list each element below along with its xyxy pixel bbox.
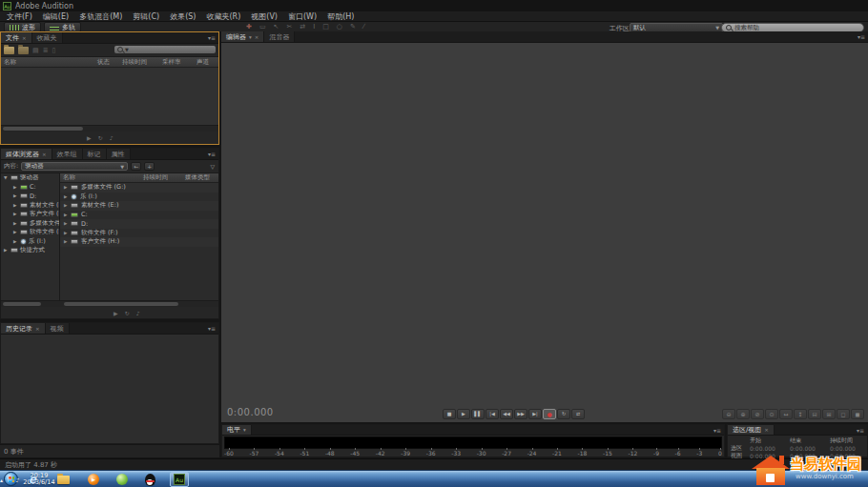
filter-icon[interactable]: ▽ bbox=[210, 163, 215, 170]
close-icon[interactable]: × bbox=[42, 152, 47, 157]
column-header[interactable]: 持续时间 bbox=[119, 58, 159, 67]
prev-button[interactable]: |◀ bbox=[486, 409, 499, 419]
play-button[interactable]: ▶ bbox=[457, 409, 470, 419]
zoom-full-icon[interactable]: ◼ bbox=[851, 409, 864, 419]
menu-item[interactable]: 窗口(W) bbox=[288, 11, 317, 22]
explorer-taskbar-icon[interactable] bbox=[56, 473, 70, 486]
zoom-selection-in-icon[interactable]: ⊟ bbox=[808, 409, 821, 419]
menu-item[interactable]: 编辑(E) bbox=[43, 11, 69, 22]
loop-icon[interactable]: ↻ bbox=[98, 134, 103, 141]
tree-item[interactable]: ▶ 乐 (I:) bbox=[1, 237, 59, 247]
tree-item[interactable]: ▶ 客户文件 (H:) bbox=[1, 210, 59, 219]
expander-icon[interactable]: ▼ bbox=[4, 175, 9, 180]
expander-icon[interactable]: ▶ bbox=[64, 194, 68, 199]
tab-media-browser[interactable]: 媒体浏览器 × bbox=[1, 149, 52, 159]
move-tool-icon[interactable]: ↖ bbox=[274, 23, 279, 30]
close-icon[interactable]: × bbox=[764, 427, 769, 433]
media-player-taskbar-icon[interactable]: ▶ bbox=[87, 473, 100, 486]
menu-item[interactable]: 收藏夹(R) bbox=[206, 11, 240, 22]
chevron-down-icon[interactable]: ▾ bbox=[243, 427, 246, 433]
slip-tool-icon[interactable]: ⇄ bbox=[300, 23, 305, 30]
tree-item[interactable]: ▶ 多媒体文件 (G:) bbox=[1, 219, 59, 229]
list-item[interactable]: ▶ 软件文件 (F:) bbox=[60, 229, 218, 238]
expander-icon[interactable]: ▶ bbox=[64, 213, 68, 217]
browser-globe-taskbar-icon[interactable] bbox=[115, 473, 129, 486]
selection-row[interactable]: 选区 0:00.000 0:00.000 0:00.000 bbox=[731, 444, 864, 452]
tree-item[interactable]: ▶ 软件文件 (F:) bbox=[1, 228, 59, 237]
monitor-icon[interactable]: ▭ bbox=[259, 23, 266, 30]
zoom-reset-icon[interactable]: ◻ bbox=[837, 409, 850, 419]
close-icon[interactable]: × bbox=[255, 34, 259, 40]
files-list[interactable] bbox=[1, 68, 218, 125]
column-header[interactable]: 名称 bbox=[1, 58, 94, 67]
tab-files[interactable]: 文件 × bbox=[1, 32, 32, 43]
expander-icon[interactable]: ▶ bbox=[64, 239, 68, 244]
zoom-in-h-icon[interactable]: ⊙ bbox=[765, 409, 778, 419]
back-button[interactable]: ← bbox=[131, 162, 141, 171]
volume-icon[interactable]: ♪ bbox=[15, 477, 19, 483]
column-header[interactable]: 采样率 bbox=[159, 58, 194, 67]
tab-properties[interactable]: 属性 bbox=[107, 149, 131, 159]
tab-effects-rack[interactable]: 效果组 bbox=[52, 149, 83, 159]
tree-item[interactable]: ▶ 快捷方式 bbox=[1, 246, 59, 255]
column-header[interactable]: 持续时间 bbox=[140, 173, 182, 182]
record-button[interactable]: ● bbox=[543, 409, 556, 419]
list-item[interactable]: ▶ 多媒体文件 (G:) bbox=[60, 183, 218, 193]
expander-icon[interactable]: ▶ bbox=[13, 185, 18, 190]
column-header[interactable]: 媒体类型 bbox=[182, 173, 210, 182]
healing-brush-tool-icon[interactable]: ⁄ bbox=[363, 23, 364, 30]
autoplay-icon[interactable]: ♪ bbox=[110, 134, 114, 141]
column-header[interactable]: 状态 bbox=[94, 58, 119, 67]
open-file-icon[interactable] bbox=[4, 47, 14, 54]
zoom-selection-icon[interactable]: ⊞ bbox=[822, 409, 836, 419]
list-item[interactable]: ▶ D: bbox=[60, 219, 218, 229]
menu-item[interactable]: 视图(V) bbox=[251, 11, 278, 22]
menu-item[interactable]: 文件(F) bbox=[7, 11, 32, 22]
panel-menu-icon[interactable]: ▾≡ bbox=[208, 325, 216, 332]
panel-menu-icon[interactable]: ▾≡ bbox=[858, 33, 865, 40]
new-file-icon[interactable]: ▤ bbox=[32, 47, 39, 54]
chevron-down-icon[interactable]: ▾ bbox=[249, 34, 252, 40]
forward-button[interactable]: ▶▶ bbox=[514, 409, 527, 419]
play-icon[interactable]: ▶ bbox=[87, 134, 92, 141]
tab-history[interactable]: 历史记录 × bbox=[1, 323, 46, 334]
expander-icon[interactable]: ▶ bbox=[13, 203, 18, 208]
rewind-button[interactable]: ◀◀ bbox=[500, 409, 513, 419]
tab-mixer[interactable]: 混音器 bbox=[264, 31, 295, 42]
ie-taskbar-icon[interactable]: e bbox=[26, 473, 39, 486]
column-header[interactable]: 名称 bbox=[60, 173, 140, 182]
zoom-out-h-icon[interactable]: ⊘ bbox=[751, 409, 764, 419]
trash-icon[interactable]: ▯ bbox=[52, 47, 56, 54]
qq-taskbar-icon[interactable] bbox=[143, 473, 156, 486]
next-button[interactable]: ▶| bbox=[528, 409, 542, 419]
panel-menu-icon[interactable]: ▾≡ bbox=[857, 427, 864, 434]
marquee-tool-icon[interactable]: □ bbox=[322, 23, 329, 30]
menu-item[interactable]: 多轨混音(M) bbox=[79, 11, 122, 22]
menu-item[interactable]: 帮助(H) bbox=[327, 11, 354, 22]
list-item[interactable]: ▶ C: bbox=[60, 211, 218, 220]
expander-icon[interactable]: ▶ bbox=[64, 221, 68, 226]
stop-button[interactable]: ■ bbox=[443, 409, 456, 419]
tab-video[interactable]: 视频 bbox=[46, 323, 70, 334]
expander-icon[interactable]: ▶ bbox=[64, 185, 68, 190]
panel-menu-icon[interactable]: ▾≡ bbox=[713, 427, 721, 434]
autoplay-icon[interactable]: ♪ bbox=[136, 310, 140, 316]
list-item[interactable]: ▶ 乐 (I:) bbox=[60, 193, 218, 202]
column-header[interactable]: 声道 bbox=[194, 58, 209, 67]
zoom-in-v-icon[interactable]: ↕ bbox=[794, 409, 807, 419]
tree-item[interactable]: ▶ 素材文件 (E:) bbox=[1, 201, 59, 211]
loop-icon[interactable]: ↻ bbox=[125, 310, 130, 316]
list-item[interactable]: ▶ 客户文件 (H:) bbox=[60, 237, 218, 247]
menu-item[interactable]: 效果(S) bbox=[170, 11, 196, 22]
content-dropdown[interactable]: 驱动器 ▼ bbox=[21, 162, 128, 171]
add-shortcut-button[interactable]: + bbox=[144, 162, 155, 171]
audition-taskbar-icon[interactable]: Au bbox=[170, 472, 189, 487]
panel-menu-icon[interactable]: ▾≡ bbox=[208, 34, 216, 41]
expander-icon[interactable]: ▶ bbox=[64, 231, 68, 235]
menu-item[interactable]: 剪辑(C) bbox=[133, 11, 159, 22]
tree-item[interactable]: ▶ D: bbox=[1, 192, 59, 201]
loop-button[interactable]: ↻ bbox=[557, 409, 570, 419]
time-selection-tool-icon[interactable]: I bbox=[313, 23, 315, 30]
insert-multitrack-icon[interactable]: ≣ bbox=[43, 47, 49, 54]
skip-selection-button[interactable]: ⇄ bbox=[571, 409, 585, 419]
